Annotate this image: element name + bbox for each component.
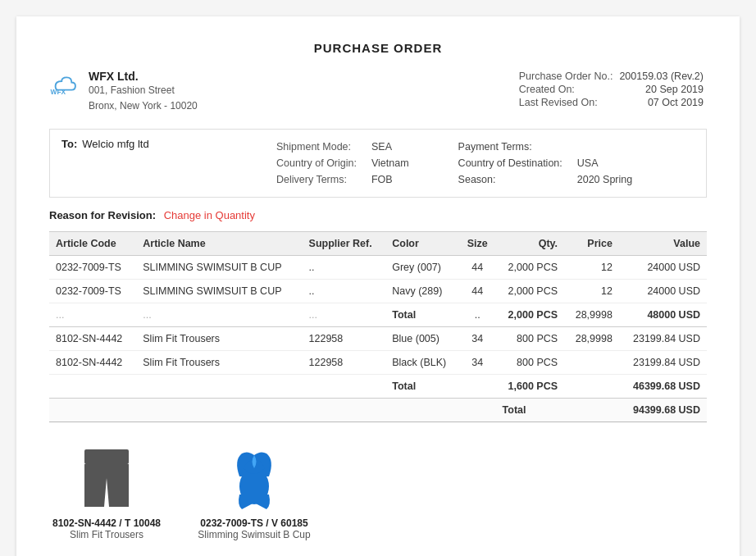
created-label: Created On:: [516, 83, 617, 96]
row-article-code: 8102-SN-4442: [49, 327, 136, 351]
total-label-cell: [49, 399, 496, 422]
subtotal-label: Total: [385, 375, 459, 399]
row-article-name: Slim Fit Trousers: [136, 351, 302, 375]
svg-text:WFX: WFX: [51, 88, 66, 96]
product-thumb-trousers: [70, 445, 143, 511]
po-label: Purchase Order No.:: [516, 70, 617, 83]
product-code-swimsuit: 0232-7009-TS / V 60185: [200, 517, 307, 529]
svg-rect-1: [84, 449, 129, 464]
purchase-order-page: PURCHASE ORDER WFX WFX Ltd. 001, Fashion…: [16, 16, 740, 556]
delivery-label: Delivery Terms:: [276, 172, 370, 187]
table-row: Total 1,600 PCS 46399.68 USD: [49, 375, 707, 399]
col-article-code: Article Code: [49, 232, 136, 256]
table-row: 8102-SN-4442 Slim Fit Trousers 122958 Bl…: [49, 327, 707, 351]
row-value: 23199.84 USD: [619, 351, 707, 375]
subtotal-value: 48000 USD: [619, 303, 707, 327]
payment-terms-label: Payment Terms:: [458, 139, 576, 154]
table-row: 0232-7009-TS SLIMMING SWIMSUIT B CUP .. …: [49, 280, 707, 303]
row-size: 34: [459, 351, 496, 375]
company-address-line2: Bronx, New York - 10020: [89, 98, 198, 114]
row-article-code: 0232-7009-TS: [49, 256, 136, 280]
subtotal-ref: ...: [303, 303, 386, 327]
company-name: WFX Ltd.: [89, 70, 198, 83]
row-article-code: 8102-SN-4442: [49, 351, 136, 375]
row-color: Black (BLK): [385, 351, 459, 375]
order-table: Article Code Article Name Supplier Ref. …: [49, 231, 707, 422]
reason-value: Change in Quantity: [164, 209, 255, 221]
row-qty: 2,000 PCS: [496, 256, 565, 280]
row-color: Grey (007): [385, 256, 459, 280]
row-article-name: Slim Fit Trousers: [136, 327, 302, 351]
subtotal-value: 46399.68 USD: [619, 375, 707, 399]
row-color: Blue (005): [385, 327, 459, 351]
season-label: Season:: [458, 172, 576, 187]
row-article-name: SLIMMING SWIMSUIT B CUP: [136, 256, 302, 280]
row-price: 12: [564, 280, 619, 303]
to-shipment-section: To: Welcio mfg ltd Shipment Mode: SEA Pa…: [49, 129, 707, 198]
row-qty: 800 PCS: [496, 327, 565, 351]
company-logo-area: WFX WFX Ltd. 001, Fashion Street Bronx, …: [49, 70, 198, 114]
shipment-mode-label: Shipment Mode:: [276, 139, 370, 154]
product-item-trousers: 8102-SN-4442 / T 10048 Slim Fit Trousers: [49, 445, 164, 540]
subtotal-label: Total: [385, 303, 459, 327]
subtotal-name: [136, 375, 302, 399]
row-supplier-ref: ..: [303, 280, 386, 303]
row-qty: 800 PCS: [496, 351, 565, 375]
swimsuit-icon: [225, 444, 283, 513]
subtotal-qty: 1,600 PCS: [496, 375, 565, 399]
document-title: PURCHASE ORDER: [49, 41, 707, 55]
shipment-mode-value: SEA: [371, 139, 422, 154]
col-qty: Qty.: [496, 232, 565, 256]
to-value: Welcio mfg ltd: [82, 138, 148, 150]
subtotal-code: ...: [49, 303, 136, 327]
row-value: 24000 USD: [619, 256, 707, 280]
col-value: Value: [619, 232, 707, 256]
table-row: 0232-7009-TS SLIMMING SWIMSUIT B CUP .. …: [49, 256, 707, 280]
to-label: To:: [61, 138, 77, 150]
header-row: WFX WFX Ltd. 001, Fashion Street Bronx, …: [49, 70, 707, 114]
col-color: Color: [385, 232, 459, 256]
row-size: 44: [459, 256, 496, 280]
row-article-name: SLIMMING SWIMSUIT B CUP: [136, 280, 302, 303]
row-supplier-ref: 122958: [303, 351, 386, 375]
trousers-icon: [78, 445, 135, 511]
to-entry: To: Welcio mfg ltd: [61, 138, 225, 150]
origin-label: Country of Origin:: [276, 156, 370, 171]
reason-row: Reason for Revision: Change in Quantity: [49, 209, 707, 221]
col-article-name: Article Name: [136, 232, 302, 256]
created-value: 20 Sep 2019: [616, 83, 707, 96]
payment-terms-value: [577, 139, 645, 154]
row-article-code: 0232-7009-TS: [49, 280, 136, 303]
company-info: WFX Ltd. 001, Fashion Street Bronx, New …: [89, 70, 198, 114]
col-size: Size: [459, 232, 496, 256]
row-price: 28,9998: [564, 327, 619, 351]
delivery-value: FOB: [371, 172, 422, 187]
season-value: 2020 Spring: [577, 172, 645, 187]
subtotal-price: [564, 375, 619, 399]
row-color: Navy (289): [385, 280, 459, 303]
product-item-swimsuit: 0232-7009-TS / V 60185 Slimming Swimsuit…: [197, 445, 312, 540]
company-address-line1: 001, Fashion Street: [89, 83, 198, 98]
subtotal-ref: [303, 375, 386, 399]
row-supplier-ref: 122958: [303, 327, 386, 351]
row-price: [564, 351, 619, 375]
shipment-info: Shipment Mode: SEA Payment Terms: Countr…: [275, 138, 647, 189]
row-supplier-ref: ..: [303, 256, 386, 280]
row-size: 44: [459, 280, 496, 303]
reason-label: Reason for Revision:: [49, 209, 156, 221]
row-price: 12: [564, 256, 619, 280]
table-row: 8102-SN-4442 Slim Fit Trousers 122958 Bl…: [49, 351, 707, 375]
row-value: 23199.84 USD: [619, 327, 707, 351]
subtotal-name: ...: [136, 303, 302, 327]
subtotal-price: 28,9998: [564, 303, 619, 327]
revised-label: Last Revised On:: [516, 96, 617, 109]
order-meta: Purchase Order No.: 200159.03 (Rev.2) Cr…: [516, 70, 707, 109]
col-price: Price: [564, 232, 619, 256]
product-gallery: 8102-SN-4442 / T 10048 Slim Fit Trousers: [49, 437, 707, 540]
subtotal-size: [459, 375, 496, 399]
subtotal-code: [49, 375, 136, 399]
product-name-trousers: Slim Fit Trousers: [70, 529, 143, 540]
product-thumb-swimsuit: [217, 445, 291, 511]
origin-value: Vietnam: [371, 156, 422, 171]
row-size: 34: [459, 327, 496, 351]
